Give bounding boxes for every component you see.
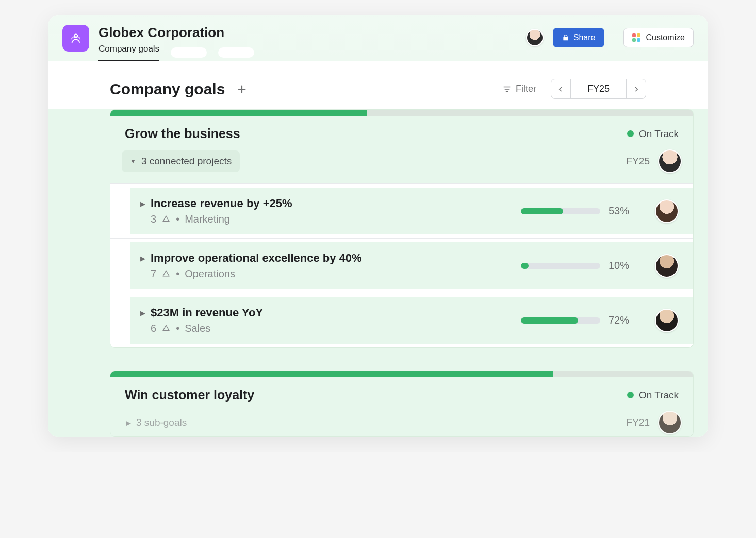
subgoal-row[interactable]: ▶ $23M in revenue YoY 6 • Sales — [110, 293, 693, 347]
subgoal-count: 7 — [151, 268, 156, 280]
subgoal-progress: 53% — [521, 205, 634, 217]
expand-icon[interactable]: ▶ — [126, 419, 131, 427]
org-title: Globex Corporation — [98, 25, 254, 41]
goals-area: Grow the business On Track ▼ 3 connected… — [48, 109, 708, 437]
subgoal-title: Increase revenue by +25% — [151, 197, 292, 210]
status-label: On Track — [639, 128, 679, 140]
subgoal-progress: 72% — [521, 314, 634, 326]
goal-owner-avatar[interactable] — [658, 411, 682, 434]
goal-title: Win customer loyalty — [125, 388, 254, 402]
plus-icon — [236, 83, 248, 95]
subgoal-count: 6 — [151, 323, 156, 334]
status-dot-icon — [627, 130, 634, 137]
status-label: On Track — [639, 390, 679, 401]
lock-icon — [562, 34, 569, 41]
goal-progress-fill — [110, 371, 553, 377]
subgoal-owner-avatar[interactable] — [655, 254, 679, 278]
subgoal-row[interactable]: ▶ Increase revenue by +25% 3 • Marketing — [110, 183, 693, 238]
period-prev-button[interactable] — [551, 79, 571, 98]
goal-card[interactable]: Win customer loyalty On Track ▶ 3 sub-go… — [110, 371, 694, 437]
customize-button[interactable]: Customize — [623, 28, 694, 47]
header: Globex Corporation Company goals Share — [48, 15, 708, 61]
tab-company-goals[interactable]: Company goals — [98, 44, 159, 61]
app-window: Globex Corporation Company goals Share — [48, 15, 708, 437]
customize-label: Customize — [646, 33, 685, 42]
chevron-left-icon — [557, 86, 564, 93]
tabs: Company goals — [98, 44, 254, 61]
period-next-button[interactable] — [626, 79, 646, 98]
expand-icon[interactable]: ▶ — [140, 309, 145, 317]
subgoal-dept: Marketing — [185, 213, 230, 225]
expand-icon[interactable]: ▶ — [140, 255, 145, 262]
connected-label: 3 connected projects — [141, 156, 232, 167]
subgoal-title: $23M in revenue YoY — [151, 306, 263, 320]
goal-progress-bar — [110, 371, 693, 377]
grid-icon — [632, 33, 640, 42]
subgoal-owner-avatar[interactable] — [655, 199, 679, 223]
section-title: Company goals — [110, 80, 225, 98]
filter-icon — [502, 85, 512, 94]
subgoal-dept: Sales — [185, 323, 210, 334]
filter-label: Filter — [516, 83, 536, 94]
goal-period: FY21 — [627, 417, 650, 428]
tab-placeholder — [171, 47, 207, 58]
goal-title: Grow the business — [125, 126, 240, 141]
goal-owner-avatar[interactable] — [658, 149, 682, 173]
chevron-right-icon — [633, 86, 640, 93]
share-label: Share — [573, 33, 596, 42]
connected-label: 3 sub-goals — [136, 417, 187, 428]
connected-projects-toggle[interactable]: ▼ 3 connected projects — [122, 150, 240, 172]
subgoal-pct: 10% — [609, 260, 634, 272]
subgoal-dept: Operations — [185, 268, 235, 280]
goal-status: On Track — [627, 390, 679, 401]
subgoal-title: Improve operational excellence by 40% — [151, 251, 362, 265]
divider — [614, 29, 614, 46]
status-dot-icon — [627, 392, 634, 398]
subgoal-owner-avatar[interactable] — [655, 309, 679, 332]
svg-point-0 — [74, 34, 78, 38]
period-picker: FY25 — [551, 79, 646, 99]
subgoal-pct: 72% — [609, 314, 634, 326]
chevron-down-icon: ▼ — [130, 158, 136, 165]
filter-button[interactable]: Filter — [502, 83, 536, 94]
goal-card[interactable]: Grow the business On Track ▼ 3 connected… — [110, 109, 694, 348]
period-label[interactable]: FY25 — [571, 79, 626, 98]
goal-period: FY25 — [627, 156, 650, 167]
toolbar: Company goals Filter FY25 — [48, 61, 708, 109]
subgoal-shape-icon — [161, 270, 171, 279]
goal-progress-fill — [110, 110, 367, 116]
subgoal-list: ▶ Increase revenue by +25% 3 • Marketing — [110, 183, 693, 347]
goal-progress-bar — [110, 110, 693, 116]
header-avatar[interactable] — [526, 29, 544, 46]
subgoal-count: 3 — [151, 213, 156, 225]
tab-placeholder — [218, 47, 254, 58]
subgoal-shape-icon — [161, 215, 171, 224]
subgoal-pct: 53% — [609, 205, 634, 217]
org-icon — [62, 25, 89, 52]
expand-icon[interactable]: ▶ — [140, 200, 145, 208]
subgoal-row[interactable]: ▶ Improve operational excellence by 40% … — [110, 238, 693, 293]
goal-status: On Track — [627, 128, 679, 140]
subgoal-shape-icon — [161, 324, 171, 333]
subgoal-progress: 10% — [521, 260, 634, 272]
share-button[interactable]: Share — [553, 28, 605, 47]
add-goal-button[interactable] — [234, 81, 250, 97]
